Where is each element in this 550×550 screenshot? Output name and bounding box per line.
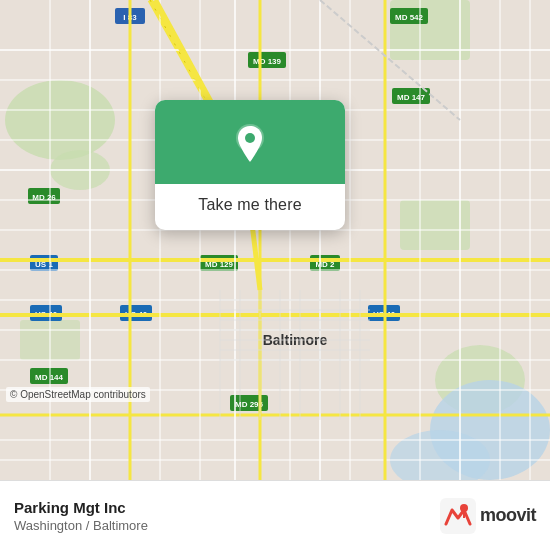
svg-point-1 [5, 80, 115, 160]
bottom-bar: Parking Mgt Inc Washington / Baltimore m… [0, 480, 550, 550]
moovit-logo[interactable]: moovit [440, 498, 536, 534]
moovit-text: moovit [480, 505, 536, 526]
popup-card-body: Take me there [155, 184, 345, 230]
svg-point-89 [245, 133, 255, 143]
svg-text:MD 26: MD 26 [32, 193, 56, 202]
svg-text:MD 139: MD 139 [253, 57, 282, 66]
svg-text:MD 542: MD 542 [395, 13, 424, 22]
svg-point-91 [460, 504, 468, 512]
map-pin-icon [228, 122, 272, 166]
location-info: Parking Mgt Inc Washington / Baltimore [14, 499, 440, 533]
svg-text:MD 147: MD 147 [397, 93, 426, 102]
take-me-there-button[interactable]: Take me there [198, 196, 301, 214]
location-subtitle: Washington / Baltimore [14, 518, 440, 533]
location-name: Parking Mgt Inc [14, 499, 440, 516]
popup-card-header [155, 100, 345, 184]
map-background: I 83 MD 542 MD 139 MD 147 MD 26 US 1 MD … [0, 0, 550, 480]
map-container: I 83 MD 542 MD 139 MD 147 MD 26 US 1 MD … [0, 0, 550, 480]
svg-text:MD 144: MD 144 [35, 373, 64, 382]
popup-card: Take me there [155, 100, 345, 230]
moovit-icon [440, 498, 476, 534]
copyright-text: © OpenStreetMap contributors [6, 387, 150, 402]
